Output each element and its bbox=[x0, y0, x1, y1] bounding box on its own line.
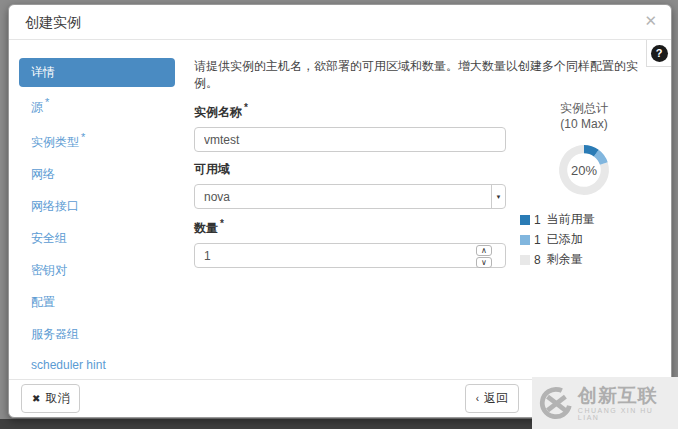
required-star: * bbox=[81, 131, 85, 143]
sidebar-item-server-groups[interactable]: 服务器组 bbox=[19, 320, 175, 349]
stepper-buttons: ∧ ∨ bbox=[476, 245, 492, 268]
legend-item-current: 1 当前用量 bbox=[520, 211, 648, 228]
stepper-up-icon[interactable]: ∧ bbox=[476, 245, 492, 256]
modal-body: 详情 源* 实例类型* 网络 网络接口 安全组 密钥对 配置 服务器组 sche… bbox=[9, 41, 671, 379]
sidebar-item-source[interactable]: 源* bbox=[19, 90, 175, 122]
close-x-icon: ✖ bbox=[32, 393, 40, 404]
sidebar-item-details[interactable]: 详情 bbox=[19, 58, 175, 87]
sidebar-item-scheduler-hint[interactable]: scheduler hint bbox=[19, 352, 175, 378]
create-instance-modal: 创建实例 ✕ ? 详情 源* 实例类型* 网络 网络接口 安全组 密钥对 配置 … bbox=[8, 4, 672, 418]
legend-swatch bbox=[520, 215, 530, 225]
vendor-watermark: 创新互联 CHUANG XIN HU LIAN bbox=[532, 377, 678, 429]
wizard-sidebar: 详情 源* 实例类型* 网络 网络接口 安全组 密钥对 配置 服务器组 sche… bbox=[19, 58, 175, 379]
watermark-name: 创新互联 bbox=[578, 386, 678, 405]
watermark-subtitle: CHUANG XIN HU LIAN bbox=[578, 407, 678, 421]
back-button[interactable]: ‹ 返回 bbox=[465, 384, 519, 413]
intro-text: 请提供实例的主机名，欲部署的可用区域和数量。增大数量以创建多个同样配置的实例。 bbox=[194, 58, 657, 92]
required-star: * bbox=[45, 96, 49, 108]
close-icon[interactable]: ✕ bbox=[644, 13, 657, 28]
legend-swatch bbox=[520, 235, 530, 245]
sidebar-item-networks[interactable]: 网络 bbox=[19, 160, 175, 189]
sidebar-item-key-pair[interactable]: 密钥对 bbox=[19, 256, 175, 285]
stepper-down-icon[interactable]: ∨ bbox=[476, 257, 492, 268]
required-star: * bbox=[220, 218, 224, 229]
availability-zone-value: nova bbox=[195, 190, 491, 204]
legend-swatch bbox=[520, 255, 530, 265]
legend-item-remaining: 8 剩余量 bbox=[520, 251, 648, 268]
count-value[interactable]: 1 bbox=[195, 249, 505, 263]
quota-chart: 实例总计 (10 Max) 20% 1 bbox=[520, 99, 648, 271]
required-star: * bbox=[244, 102, 248, 113]
sidebar-item-ports[interactable]: 网络接口 bbox=[19, 192, 175, 221]
quota-donut-chart: 20% bbox=[555, 141, 613, 199]
form-fields: 实例名称* 可用域 nova ▼ 数量* 1 ∧ ∨ bbox=[194, 99, 506, 271]
instance-name-label: 实例名称* bbox=[194, 102, 506, 121]
sidebar-item-flavor[interactable]: 实例类型* bbox=[19, 125, 175, 157]
legend-item-added: 1 已添加 bbox=[520, 231, 648, 248]
quota-legend: 1 当前用量 1 已添加 8 剩余量 bbox=[520, 211, 648, 268]
sidebar-item-security-groups[interactable]: 安全组 bbox=[19, 224, 175, 253]
count-label: 数量* bbox=[194, 218, 506, 237]
chevron-down-icon: ▼ bbox=[491, 185, 505, 208]
quota-percent-label: 20% bbox=[555, 141, 613, 199]
cx-logo-icon bbox=[537, 384, 575, 422]
modal-title: 创建实例 bbox=[25, 14, 81, 30]
details-panel: 请提供实例的主机名，欲部署的可用区域和数量。增大数量以创建多个同样配置的实例。 … bbox=[175, 58, 661, 379]
quota-title: 实例总计 (10 Max) bbox=[520, 101, 648, 132]
availability-zone-label: 可用域 bbox=[194, 161, 506, 178]
chevron-left-icon: ‹ bbox=[476, 393, 479, 404]
cancel-button[interactable]: ✖ 取消 bbox=[21, 384, 80, 413]
sidebar-item-configuration[interactable]: 配置 bbox=[19, 288, 175, 317]
instance-name-input[interactable] bbox=[194, 127, 506, 152]
availability-zone-select[interactable]: nova ▼ bbox=[194, 184, 506, 209]
watermark-text: 创新互联 CHUANG XIN HU LIAN bbox=[578, 386, 678, 421]
modal-header: 创建实例 ✕ bbox=[9, 5, 671, 40]
count-stepper: 1 ∧ ∨ bbox=[194, 243, 506, 268]
